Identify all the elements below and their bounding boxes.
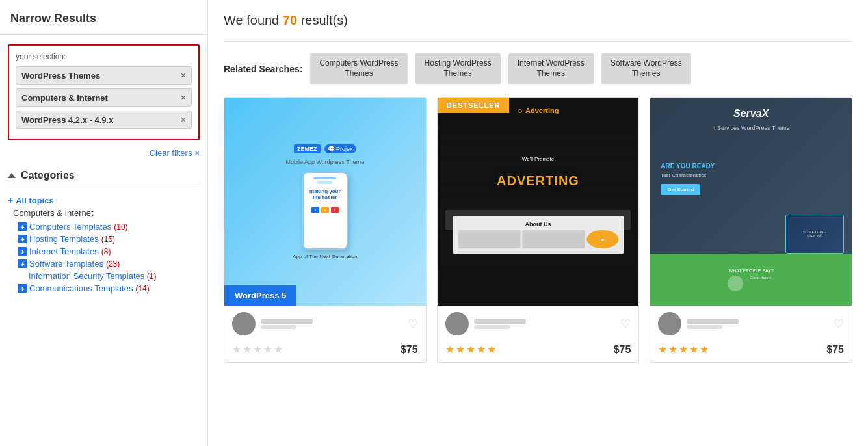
internet-templates-item[interactable]: + Internet Templates (8) — [18, 246, 200, 256]
hosting-templates-item[interactable]: + Hosting Templates (15) — [18, 234, 200, 244]
communications-templates-plus-icon: + — [18, 284, 27, 293]
remove-wp-version-filter-button[interactable]: × — [181, 114, 186, 125]
product-sub-bar — [474, 325, 510, 329]
communications-templates-count: (14) — [135, 284, 149, 293]
filter-tag-label: Computers & Internet — [21, 93, 108, 103]
product-card-adverting[interactable]: BESTSELLER ○ Adverting We'll Promote ADV… — [437, 97, 640, 363]
your-selection-label: your selection: — [16, 52, 192, 61]
internet-templates-link[interactable]: Internet Templates — [29, 246, 99, 256]
star-3: ★ — [466, 343, 475, 356]
wordpress-themes-filter-tag: WordPress Themes × — [16, 66, 192, 85]
collapse-icon[interactable] — [8, 173, 16, 178]
clear-filters-link[interactable]: Clear filters × — [150, 148, 200, 158]
main-content: We found 70 result(s) Related Searches: … — [208, 0, 868, 446]
related-tag-hosting[interactable]: Hosting WordPressThemes — [415, 53, 501, 84]
product-price-row-adverting: ★ ★ ★ ★ ★ $75 — [438, 343, 639, 362]
software-templates-link[interactable]: Software Templates — [29, 259, 103, 269]
results-header: We found 70 result(s) — [224, 13, 852, 28]
categories-section: Categories + All topics Computers & Inte… — [0, 163, 207, 302]
product-price-row-servax: ★ ★ ★ ★ ★ $75 — [650, 343, 852, 362]
product-footer-projex: ♡ — [224, 306, 426, 343]
computers-templates-item[interactable]: + Computers Templates (10) — [18, 222, 200, 231]
star-rating-servax: ★ ★ ★ ★ ★ — [658, 343, 709, 356]
servax-logo: ServaX — [733, 108, 769, 120]
clear-filters-container: Clear filters × — [0, 146, 207, 163]
related-tag-software[interactable]: Software WordPressThemes — [601, 53, 691, 84]
adverting-promote-text: We'll Promote — [522, 156, 554, 162]
results-text: We found — [224, 13, 283, 27]
all-topics-item[interactable]: + All topics — [8, 195, 200, 205]
wishlist-button-servax[interactable]: ♡ — [834, 317, 844, 331]
related-tag-computers[interactable]: Computers WordPressThemes — [310, 53, 407, 84]
results-divider — [224, 41, 852, 42]
remove-computers-filter-button[interactable]: × — [181, 92, 186, 103]
sidebar: Narrow Results your selection: WordPress… — [0, 0, 208, 446]
zemez-logo: ZEMEZ — [294, 144, 321, 153]
wishlist-button-adverting[interactable]: ♡ — [620, 317, 631, 331]
star-4: ★ — [689, 343, 698, 356]
product-info-servax — [658, 312, 739, 335]
related-searches: Related Searches: Computers WordPressThe… — [224, 53, 852, 84]
product-name-bar — [261, 319, 313, 324]
info-security-link[interactable]: Information Security Templates — [29, 271, 144, 281]
software-templates-count: (23) — [106, 259, 120, 269]
adverting-about-title: About Us — [458, 221, 618, 228]
computers-templates-plus-icon: + — [18, 222, 27, 231]
wordpress5-badge: WordPress 5 — [224, 285, 296, 306]
servax-laptop-mockup: SOMETHINGSTRONG — [785, 215, 844, 254]
projex-badge: 💬 Projex — [324, 144, 356, 153]
star-5: ★ — [274, 343, 283, 356]
selection-box: your selection: WordPress Themes × Compu… — [8, 44, 200, 140]
projex-app-tagline: App of The Next Generation — [293, 254, 357, 259]
categories-label: Categories — [21, 170, 75, 181]
product-image-adverting: BESTSELLER ○ Adverting We'll Promote ADV… — [438, 98, 639, 306]
info-security-count: (1) — [147, 272, 157, 281]
remove-wp-themes-filter-button[interactable]: × — [181, 70, 186, 81]
product-image-servax: ServaX It Services WordPress Theme ARE Y… — [650, 98, 852, 306]
product-avatar-servax — [658, 312, 681, 335]
all-topics-plus-icon: + — [8, 195, 13, 205]
hosting-templates-link[interactable]: Hosting Templates — [29, 234, 99, 244]
star-1: ★ — [445, 343, 454, 356]
projex-subtitle: Mobile App Wordpress Theme — [285, 159, 364, 165]
servax-green-section: WHAT PEOPLE SAY? — Great theme... — [650, 254, 852, 306]
star-5: ★ — [700, 343, 709, 356]
star-3: ★ — [253, 343, 262, 356]
product-info-projex — [232, 312, 313, 335]
related-searches-label: Related Searches: — [224, 64, 302, 74]
product-card-servax[interactable]: ServaX It Services WordPress Theme ARE Y… — [650, 97, 852, 363]
servax-green-text: WHAT PEOPLE SAY? — Great theme... — [721, 269, 782, 291]
product-card-projex[interactable]: ZEMEZ 💬 Projex Mobile App Wordpress Them… — [224, 97, 427, 363]
category-children-list: + Computers Templates (10) + Hosting Tem… — [18, 222, 200, 293]
results-count: 70 — [283, 13, 297, 27]
communications-templates-item[interactable]: + Communications Templates (14) — [18, 283, 200, 293]
hosting-templates-plus-icon: + — [18, 235, 27, 243]
adverting-about-section: About Us ● — [453, 216, 624, 254]
product-price-adverting: $75 — [614, 344, 631, 356]
categories-header: Categories — [8, 170, 200, 187]
servax-cta-text: ARE YOU READY — [661, 163, 841, 170]
info-security-item[interactable]: Information Security Templates (1) — [29, 271, 200, 281]
internet-templates-plus-icon: + — [18, 247, 27, 256]
product-meta-projex — [261, 319, 313, 329]
adverting-logo: ○ Adverting — [518, 105, 559, 116]
product-avatar-adverting — [445, 312, 469, 335]
adverting-main-text: ADVERTING — [497, 174, 579, 189]
computers-internet-filter-tag: Computers & Internet × — [16, 88, 192, 107]
star-rating-adverting: ★ ★ ★ ★ ★ — [445, 343, 496, 356]
filter-tag-label: WordPress Themes — [21, 71, 100, 81]
wishlist-button-projex[interactable]: ♡ — [408, 317, 418, 331]
product-sub-bar — [687, 325, 722, 329]
servax-cta-button[interactable]: Get Started — [661, 184, 700, 195]
related-tag-internet[interactable]: Internet WordPressThemes — [508, 53, 594, 84]
narrow-results-title: Narrow Results — [0, 0, 207, 35]
computers-templates-link[interactable]: Computers Templates — [29, 222, 111, 231]
software-templates-item[interactable]: + Software Templates (23) — [18, 259, 200, 269]
communications-templates-link[interactable]: Communications Templates — [29, 283, 133, 293]
phone-mockup: making yourlife easier • • • — [302, 172, 348, 250]
products-grid: ZEMEZ 💬 Projex Mobile App Wordpress Them… — [224, 97, 852, 363]
star-2: ★ — [668, 343, 677, 356]
star-5: ★ — [487, 343, 496, 356]
close-icon: × — [194, 148, 200, 158]
internet-templates-count: (8) — [101, 247, 111, 256]
